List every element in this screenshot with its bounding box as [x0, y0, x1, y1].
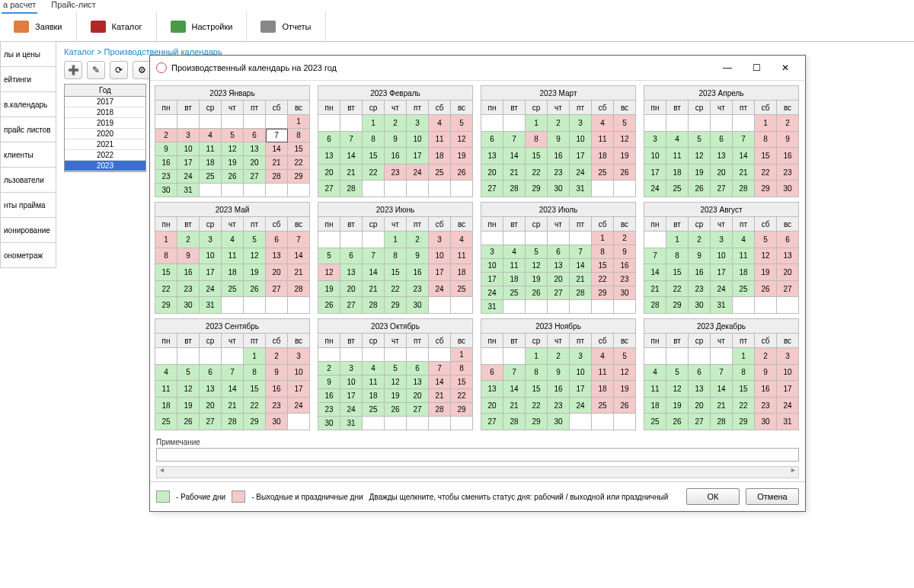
day-cell[interactable]: 17: [288, 381, 310, 398]
day-cell[interactable]: 14: [363, 264, 385, 281]
day-cell[interactable]: 29: [526, 414, 548, 430]
day-cell[interactable]: 16: [318, 389, 340, 403]
day-cell[interactable]: 11: [429, 131, 451, 148]
day-cell[interactable]: 11: [644, 381, 666, 398]
day-cell[interactable]: 22: [755, 164, 777, 181]
day-cell[interactable]: 19: [614, 148, 636, 165]
day-cell[interactable]: 16: [614, 259, 636, 273]
day-cell[interactable]: 4: [592, 348, 614, 365]
day-cell[interactable]: 21: [711, 397, 733, 414]
day-cell[interactable]: 10: [177, 142, 200, 156]
day-cell[interactable]: 14: [711, 381, 733, 398]
day-cell[interactable]: 5: [666, 364, 689, 381]
day-cell[interactable]: 22: [385, 280, 407, 297]
day-cell[interactable]: 30: [755, 414, 777, 430]
day-cell[interactable]: 12: [526, 259, 548, 273]
add-icon[interactable]: ➕: [64, 61, 82, 79]
day-cell[interactable]: 22: [244, 397, 266, 414]
day-cell[interactable]: 10: [570, 131, 592, 148]
day-cell[interactable]: 6: [244, 129, 266, 142]
day-cell[interactable]: 17: [711, 264, 733, 281]
day-cell[interactable]: 5: [614, 348, 636, 365]
year-row[interactable]: 2022: [65, 150, 145, 161]
filter-icon[interactable]: ⚙: [133, 61, 151, 79]
day-cell[interactable]: 19: [318, 280, 340, 297]
day-cell[interactable]: 25: [155, 414, 177, 430]
day-cell[interactable]: 7: [503, 131, 526, 148]
day-cell[interactable]: 14: [733, 148, 755, 165]
day-cell[interactable]: 10: [288, 364, 310, 381]
day-cell[interactable]: 9: [385, 131, 407, 148]
day-cell[interactable]: 23: [318, 403, 340, 417]
day-cell[interactable]: 17: [481, 273, 503, 286]
day-cell[interactable]: 13: [266, 248, 288, 264]
day-cell[interactable]: 31: [777, 414, 799, 430]
day-cell[interactable]: 21: [266, 156, 288, 170]
day-cell[interactable]: 22: [526, 164, 548, 181]
day-cell[interactable]: 28: [711, 414, 733, 430]
day-cell[interactable]: 9: [755, 364, 777, 381]
nav-item[interactable]: в.календарь: [0, 92, 56, 117]
day-cell[interactable]: 28: [429, 403, 451, 417]
day-cell[interactable]: 1: [451, 348, 473, 362]
day-cell[interactable]: 7: [733, 131, 755, 148]
day-cell[interactable]: 6: [777, 232, 799, 248]
day-cell[interactable]: 4: [429, 115, 451, 132]
day-cell[interactable]: 17: [407, 148, 429, 165]
day-cell[interactable]: 29: [451, 403, 473, 417]
day-cell[interactable]: 9: [777, 131, 799, 148]
day-cell[interactable]: 13: [318, 148, 340, 165]
day-cell[interactable]: 23: [266, 397, 288, 414]
day-cell[interactable]: 29: [155, 297, 177, 314]
day-cell[interactable]: 27: [340, 297, 363, 314]
ok-button[interactable]: ОК: [686, 488, 740, 505]
day-cell[interactable]: 9: [407, 248, 429, 264]
day-cell[interactable]: 27: [711, 181, 733, 197]
day-cell[interactable]: 18: [733, 264, 755, 281]
day-cell[interactable]: 30: [266, 414, 288, 430]
day-cell[interactable]: 21: [570, 273, 592, 286]
day-cell[interactable]: 15: [526, 381, 548, 398]
day-cell[interactable]: 2: [155, 129, 177, 142]
day-cell[interactable]: 8: [385, 248, 407, 264]
day-cell[interactable]: 13: [481, 148, 503, 165]
day-cell[interactable]: 12: [689, 148, 711, 165]
day-cell[interactable]: 23: [755, 397, 777, 414]
day-cell[interactable]: 23: [385, 164, 407, 181]
day-cell[interactable]: 1: [288, 115, 310, 129]
day-cell[interactable]: 13: [244, 142, 266, 156]
day-cell[interactable]: 29: [666, 297, 689, 314]
day-cell[interactable]: 29: [288, 170, 310, 184]
day-cell[interactable]: 22: [451, 389, 473, 403]
day-cell[interactable]: 27: [266, 280, 288, 297]
day-cell[interactable]: 20: [777, 264, 799, 281]
day-cell[interactable]: 12: [244, 248, 266, 264]
day-cell[interactable]: 8: [451, 362, 473, 375]
day-cell[interactable]: 31: [570, 181, 592, 197]
day-cell[interactable]: 30: [689, 297, 711, 314]
day-cell[interactable]: 31: [711, 297, 733, 314]
nav-item[interactable]: ионирование: [0, 218, 56, 243]
day-cell[interactable]: 9: [548, 364, 570, 381]
day-cell[interactable]: 28: [340, 181, 363, 197]
day-cell[interactable]: 16: [385, 148, 407, 165]
day-cell[interactable]: 5: [614, 115, 636, 132]
day-cell[interactable]: 14: [222, 381, 244, 398]
day-cell[interactable]: 24: [644, 181, 666, 197]
cancel-button[interactable]: Отмена: [746, 488, 799, 505]
day-cell[interactable]: 24: [200, 280, 222, 297]
day-cell[interactable]: 25: [429, 164, 451, 181]
day-cell[interactable]: 24: [777, 397, 799, 414]
day-cell[interactable]: 9: [266, 364, 288, 381]
day-cell[interactable]: 2: [318, 362, 340, 375]
day-cell[interactable]: 8: [244, 364, 266, 381]
day-cell[interactable]: 1: [385, 232, 407, 248]
day-cell[interactable]: 26: [244, 280, 266, 297]
day-cell[interactable]: 17: [644, 164, 666, 181]
day-cell[interactable]: 23: [548, 397, 570, 414]
day-cell[interactable]: 20: [200, 397, 222, 414]
day-cell[interactable]: 12: [177, 381, 200, 398]
edit-icon[interactable]: ✎: [87, 61, 105, 79]
day-cell[interactable]: 24: [288, 397, 310, 414]
day-cell[interactable]: 3: [711, 232, 733, 248]
